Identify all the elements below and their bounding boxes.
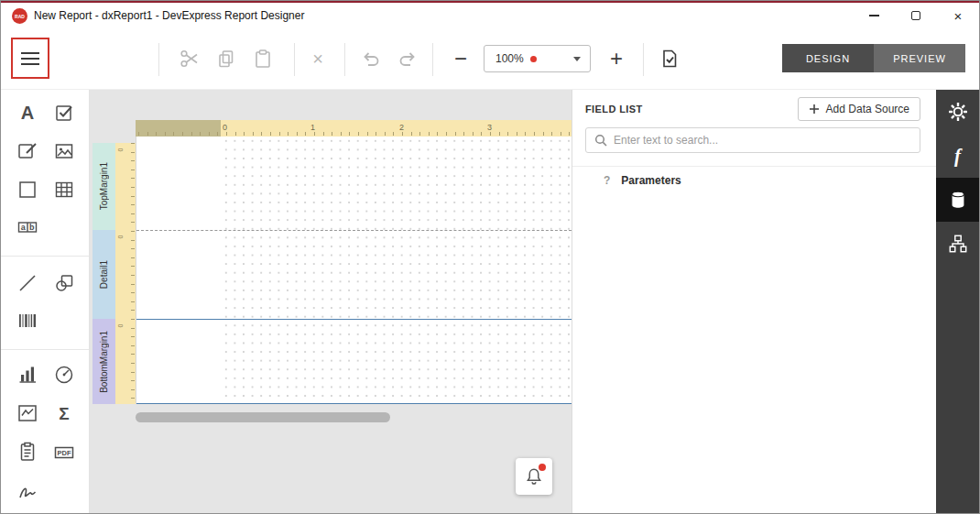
toolbox-separator [1,349,89,350]
svg-text:A: A [21,103,34,123]
page-grid [222,137,572,404]
maximize-button[interactable] [895,3,937,28]
mode-switch: DESIGN PREVIEW [782,44,965,72]
toolbox-item-page-info[interactable] [16,440,39,464]
zoom-out-button[interactable]: − [445,43,476,74]
toolbox-item-checkbox[interactable] [52,101,76,125]
delete-button[interactable]: × [302,43,333,74]
chevron-down-icon [573,57,581,61]
chart-icon [16,364,38,386]
toolbox-item-sparkline[interactable] [16,401,39,425]
ruler-tick: 2 [399,123,404,132]
fx-icon: f [954,145,961,168]
toolbar-separator [158,43,159,76]
vertical-ruler: 0 0 0 [115,143,136,404]
band-label: Detail1 [99,260,109,289]
toolbox-item-shape[interactable] [52,271,76,295]
vruler-zero: 0 [117,235,124,239]
question-icon: ? [604,174,610,187]
paste-button[interactable] [247,43,278,74]
vruler-zero: 0 [117,148,124,152]
toolbox-item-line[interactable] [16,271,39,295]
undo-icon [360,48,382,70]
gear-icon [947,101,969,123]
svg-text:PDF: PDF [58,449,71,457]
toolbox-item-character-comb[interactable]: ab [16,215,39,239]
sidebar-item-properties[interactable] [936,90,979,134]
field-list-panel: FIELD LIST Add Data Source ? Parameters [572,90,938,513]
validate-button[interactable] [654,43,685,74]
toolbox-item-barcode[interactable] [16,309,39,333]
main-menu-button[interactable] [11,38,49,79]
copy-button[interactable] [211,43,242,74]
ruler-tick: 3 [487,123,492,132]
ruler-tick: 0 [223,123,227,132]
design-surface[interactable]: TopMargin1 Detail1 BottomMargin1 0 0 0 0… [90,90,572,513]
close-button[interactable]: × [937,3,979,28]
minus-icon: − [454,46,467,71]
signature-icon [16,480,38,502]
band-separator-dashed [136,230,572,231]
checkbox-icon [53,102,75,124]
undo-button[interactable] [355,43,387,74]
toolbar: × − 100% + DESIGN PREVIEW [1,28,979,90]
gauge-icon [53,364,75,386]
maximize-icon [911,11,920,20]
toolbox-item-panel[interactable] [16,178,39,202]
app-window: RAD New Report - dxReport1 - DevExpress … [0,0,980,514]
band-strip-bottom-margin[interactable]: BottomMargin1 [93,319,115,404]
svg-text:Σ: Σ [59,404,69,423]
plus-icon: + [610,46,623,71]
preview-tab[interactable]: PREVIEW [874,44,965,72]
toolbox-item-label[interactable]: A [16,101,39,125]
picture-icon [53,140,75,162]
toolbox-item-pivot-grid[interactable]: Σ [52,401,76,425]
parameters-item[interactable]: ? Parameters [604,172,681,189]
label-icon: A [16,102,38,124]
parameters-label: Parameters [621,174,681,187]
design-tab[interactable]: DESIGN [782,44,874,72]
field-search-box[interactable] [585,127,920,153]
zoom-dropdown[interactable]: 100% [484,45,591,72]
barcode-icon [16,310,38,332]
toolbox-item-signature[interactable] [16,479,39,503]
sidebar-item-report-explorer[interactable] [936,222,979,266]
toolbox-item-table[interactable] [52,178,76,202]
toolbox-item-gauge[interactable] [52,363,76,387]
scissors-icon [179,48,201,70]
add-data-source-button[interactable]: Add Data Source [798,97,920,121]
toolbox-item-rich-text[interactable] [16,139,39,163]
cut-button[interactable] [174,43,205,74]
toolbox: A ab [1,90,90,513]
titlebar[interactable]: RAD New Report - dxReport1 - DevExpress … [1,3,979,28]
zoom-in-button[interactable]: + [601,43,632,74]
band-strip-top-margin[interactable]: TopMargin1 [93,143,115,230]
page-bottom-edge [136,403,572,404]
design-page[interactable] [136,137,572,404]
horizontal-scrollbar[interactable] [136,412,390,422]
toolbox-item-pdf-content[interactable]: PDF [52,440,76,464]
sidebar-item-field-list[interactable] [936,178,979,222]
toolbox-item-picture-box[interactable] [52,139,76,163]
toolbar-separator [294,43,295,76]
sidebar-item-expressions[interactable]: f [936,134,979,178]
app-logo-text: RAD [15,14,25,19]
toolbar-separator [643,43,644,76]
notifications-button[interactable] [516,458,552,495]
toolbox-item-chart[interactable] [16,363,39,387]
svg-text:b: b [29,223,35,232]
hierarchy-icon [948,234,968,254]
toolbox-separator [1,256,89,257]
app-logo: RAD [12,8,27,24]
redo-button[interactable] [392,43,423,74]
minimize-icon [869,15,879,16]
database-icon [948,190,968,210]
band-strip-detail[interactable]: Detail1 [93,230,115,319]
ruler-margin-zone [136,120,221,137]
sigma-icon: Σ [53,402,75,424]
paste-icon [252,48,274,70]
shape-icon [53,272,75,294]
panel-divider [572,166,938,167]
minimize-button[interactable] [853,3,895,28]
search-input[interactable] [614,134,911,147]
